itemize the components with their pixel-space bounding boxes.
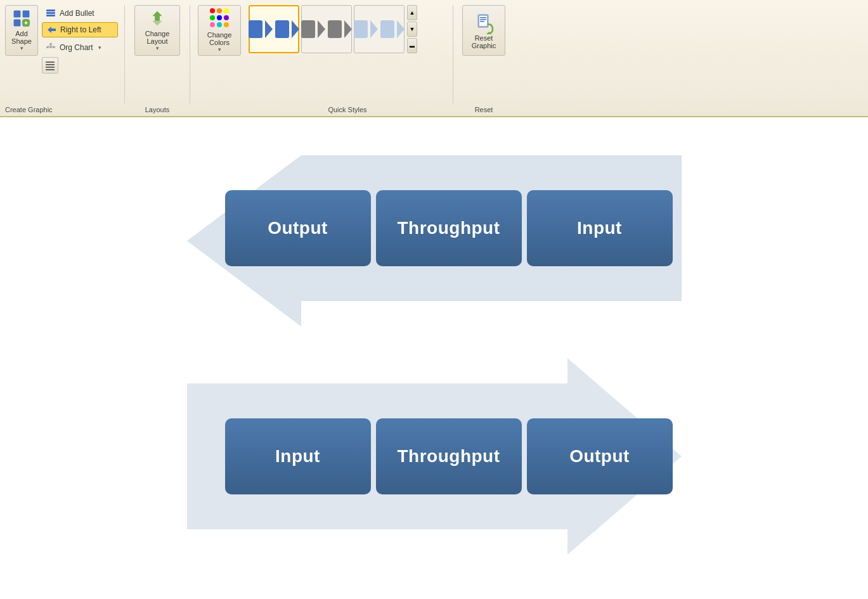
svg-rect-9 — [46, 15, 55, 16]
svg-marker-24 — [152, 16, 162, 25]
svg-rect-6 — [25, 22, 27, 25]
svg-rect-27 — [480, 17, 486, 18]
change-colors-dropdown[interactable]: ▾ — [218, 46, 221, 53]
add-shape-icon — [11, 10, 32, 27]
reset-graphic-button[interactable]: Reset Graphic — [462, 5, 505, 56]
change-colors-label: Change Colors — [207, 31, 232, 46]
add-bullet-button[interactable]: Add Bullet — [42, 6, 118, 20]
scroll-up-button[interactable]: ▲ — [407, 5, 417, 20]
org-chart-dropdown[interactable]: ▾ — [98, 44, 101, 51]
quick-style-1-button[interactable] — [249, 5, 299, 53]
quick-styles-label: Quick Styles — [249, 104, 446, 116]
org-chart-button[interactable]: Org Chart ▾ — [42, 41, 118, 55]
reset-group: Reset Graphic Reset — [457, 3, 510, 116]
change-layout-button[interactable]: Change Layout ▾ — [134, 5, 180, 56]
change-colors-button[interactable]: Change Colors ▾ — [198, 5, 241, 56]
bottom-diagram: Input Throughput Output — [187, 358, 682, 555]
svg-rect-7 — [46, 10, 55, 11]
separator-1 — [124, 5, 125, 103]
style-1-thumbnail — [249, 20, 299, 38]
svg-rect-11 — [51, 29, 56, 31]
add-bullet-icon — [46, 8, 56, 18]
bottom-box-input[interactable]: Input — [225, 418, 371, 494]
reset-graphic-icon — [472, 11, 495, 34]
layouts-group: Change Layout ▾ Layouts — [129, 3, 186, 116]
add-bullet-label: Add Bullet — [60, 9, 94, 18]
right-to-left-label: Right to Left — [60, 25, 101, 34]
right-to-left-button[interactable]: Right to Left — [42, 22, 118, 37]
style-2-thumbnail — [301, 20, 352, 38]
change-layout-label: Change Layout — [145, 30, 170, 45]
small-buttons-column: Add Bullet Right to Left — [42, 5, 118, 74]
quick-style-2-button[interactable] — [301, 5, 352, 53]
svg-rect-19 — [46, 61, 55, 63]
bottom-box-throughput[interactable]: Throughput — [376, 418, 522, 494]
create-graphic-group-label: Create Graphic — [5, 104, 53, 116]
scroll-down-button[interactable]: ▼ — [407, 22, 417, 37]
add-shape-label: Add Shape — [11, 30, 32, 45]
svg-rect-28 — [480, 19, 486, 20]
quick-style-3-button[interactable] — [354, 5, 405, 53]
bottom-diagram-boxes: Input Throughput Output — [225, 418, 673, 494]
reset-group-label: Reset — [475, 104, 493, 116]
org-chart-label: Org Chart — [60, 43, 93, 52]
list-view-button[interactable] — [42, 57, 58, 74]
create-graphic-group: Add Shape ▾ Add Bullet — [3, 3, 120, 116]
svg-rect-12 — [49, 43, 52, 45]
right-to-left-icon — [46, 25, 56, 35]
scroll-more-button[interactable]: ▬ — [407, 38, 417, 53]
change-layout-dropdown[interactable]: ▾ — [156, 45, 159, 51]
canvas: Output Throughput Input Input Throughput — [0, 117, 868, 599]
svg-rect-20 — [46, 64, 55, 65]
svg-rect-2 — [14, 20, 21, 27]
org-chart-icon — [46, 42, 56, 53]
change-layout-icon — [145, 10, 170, 27]
add-shape-dropdown[interactable]: ▾ — [20, 45, 23, 51]
styles-scroll-buttons: ▲ ▼ ▬ — [407, 5, 417, 53]
top-box-throughput[interactable]: Throughput — [376, 190, 522, 266]
style-3-thumbnail — [354, 20, 405, 38]
svg-rect-21 — [46, 67, 55, 68]
svg-rect-0 — [14, 11, 21, 18]
separator-2 — [190, 5, 190, 103]
separator-3 — [453, 5, 453, 103]
svg-marker-10 — [48, 27, 51, 33]
quick-styles-group: ▲ ▼ ▬ Quick Styles — [246, 3, 449, 116]
svg-rect-22 — [46, 69, 55, 70]
colors-icon — [210, 8, 229, 27]
top-box-output[interactable]: Output — [225, 190, 371, 266]
colors-group: Change Colors ▾ — [194, 3, 245, 116]
svg-rect-29 — [480, 21, 484, 22]
top-diagram: Output Throughput Input — [187, 130, 682, 326]
top-box-input[interactable]: Input — [527, 190, 673, 266]
top-diagram-boxes: Output Throughput Input — [225, 190, 673, 266]
svg-rect-1 — [23, 11, 30, 18]
svg-rect-8 — [46, 12, 55, 14]
add-shape-button[interactable]: Add Shape ▾ — [5, 5, 38, 56]
list-view-icon — [45, 60, 55, 70]
ribbon: Add Shape ▾ Add Bullet — [0, 0, 868, 117]
bottom-box-output[interactable]: Output — [527, 418, 673, 494]
layouts-group-label: Layouts — [145, 104, 170, 116]
reset-graphic-label: Reset Graphic — [472, 34, 496, 49]
